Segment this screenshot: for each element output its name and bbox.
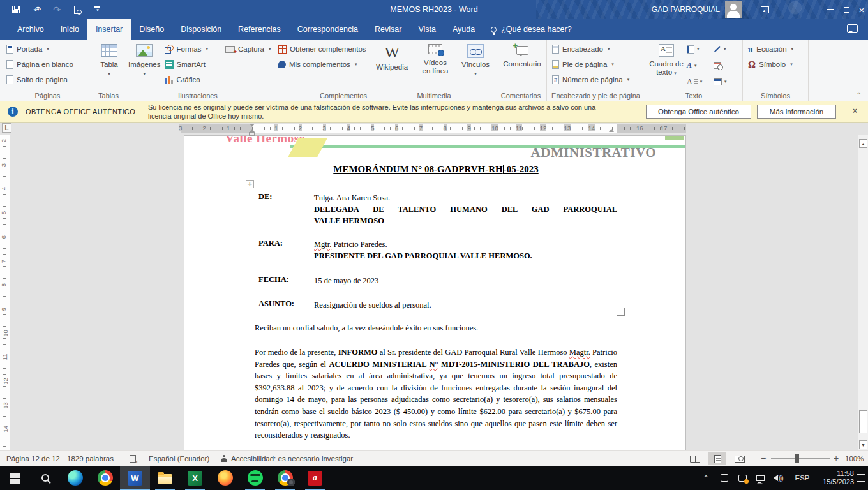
pagina-en-blanco-button[interactable]: Página en blanco [4, 57, 92, 72]
dismiss-warning-icon[interactable]: × [853, 107, 857, 115]
grafico-button[interactable]: Gráfico [163, 72, 223, 87]
taskbar-chrome[interactable] [90, 466, 120, 490]
more-info-button[interactable]: Más información [757, 105, 836, 119]
vertical-ruler[interactable]: 234567891011121314 [0, 135, 10, 450]
zoom-level[interactable]: 100% [845, 451, 864, 466]
fecha-y-hora-button[interactable] [711, 58, 738, 73]
network-icon[interactable] [753, 466, 767, 490]
web-layout-button[interactable] [731, 452, 749, 465]
videos-en-linea-button[interactable]: Vídeosen línea [417, 41, 453, 75]
tray-chevron-icon[interactable]: ⌃ [700, 466, 712, 490]
collapse-ribbon-button[interactable]: ⌃ [857, 91, 862, 98]
word-window: ↶▾ ↷ ▾ MEMOS RH2023 - Word GAD PARROQUIA… [0, 0, 868, 490]
tab-ayuda[interactable]: Ayuda [444, 19, 483, 40]
vertical-scrollbar[interactable]: ▲ ▼ [858, 135, 868, 450]
tab-vista[interactable]: Vista [410, 19, 444, 40]
tab-insertar[interactable]: Insertar [87, 19, 131, 40]
tab-correspondencia[interactable]: Correspondencia [289, 19, 366, 40]
account-name[interactable]: GAD PARROQUIAL [652, 0, 720, 19]
scrollbar-thumb[interactable] [859, 410, 867, 433]
portada-button[interactable]: Portada▾ [4, 41, 92, 57]
simbolo-button[interactable]: ΩSímbolo▾ [746, 57, 806, 72]
restore-button[interactable] [839, 0, 854, 19]
right-indent-marker[interactable] [609, 129, 614, 132]
imagenes-button[interactable]: Imágenes▾ [126, 41, 163, 91]
group-label-encabezado: Encabezado y pie de página [547, 92, 645, 100]
scroll-up-icon[interactable]: ▲ [859, 139, 867, 148]
tab-diseno[interactable]: Diseño [131, 19, 172, 40]
taskbar-explorer[interactable] [150, 466, 180, 490]
tab-inicio[interactable]: Inicio [52, 19, 87, 40]
pie-de-pagina-button[interactable]: Pie de página▾ [550, 57, 643, 72]
zoom-out-button[interactable]: − [761, 451, 766, 466]
cuadro-de-texto-button[interactable]: Cuadro detexto ▾ [648, 41, 684, 91]
first-line-indent-marker[interactable] [250, 124, 255, 127]
elementos-rapidos-button[interactable]: ▾ [684, 41, 711, 57]
zoom-slider-handle[interactable] [795, 454, 799, 463]
start-button[interactable] [0, 466, 30, 490]
taskbar-word[interactable]: W [120, 466, 150, 490]
table-icon [101, 44, 117, 57]
tab-disposicion[interactable]: Disposición [172, 19, 230, 40]
taskbar-spotify[interactable] [240, 466, 270, 490]
taskbar-chrome-app[interactable] [270, 466, 300, 490]
tab-archivo[interactable]: Archivo [9, 19, 52, 40]
mis-complementos-button[interactable]: Mis complementos▾ [276, 57, 373, 72]
comentario-button[interactable]: Comentario [498, 41, 546, 68]
objeto-button[interactable]: ▾ [711, 74, 738, 89]
tray-update-icon[interactable] [735, 466, 749, 490]
ribbon-display-options-button[interactable] [757, 0, 772, 19]
vinculos-button[interactable]: Vínculos▾ [458, 41, 493, 78]
encabezado-button[interactable]: Encabezado▾ [550, 41, 643, 57]
minimize-button[interactable] [822, 0, 837, 19]
tabla-button[interactable]: Tabla▾ [98, 41, 121, 78]
ecuacion-button[interactable]: πEcuación▾ [746, 41, 806, 57]
left-indent-marker[interactable] [249, 132, 255, 136]
taskbar-excel[interactable]: X [180, 466, 210, 490]
taskbar-firefox[interactable] [210, 466, 240, 490]
formas-button[interactable]: Formas▾ [163, 41, 223, 57]
clock[interactable]: 11:58 15/5/2023 [816, 466, 855, 490]
word-count[interactable]: 1829 palabras [67, 451, 114, 466]
zoom-in-button[interactable]: + [834, 451, 839, 466]
taskbar-edge[interactable] [60, 466, 90, 490]
macro-record-icon[interactable] [130, 455, 136, 463]
tab-selector[interactable]: L [2, 123, 11, 133]
equation-icon: π [748, 44, 753, 55]
tab-referencias[interactable]: Referencias [230, 19, 289, 40]
taskbar-acrobat[interactable]: a [300, 466, 330, 490]
tab-revisar[interactable]: Revisar [366, 19, 410, 40]
keyboard-language[interactable]: ESP [791, 466, 813, 490]
firma-button[interactable]: ▾ [711, 41, 738, 57]
print-layout-button[interactable] [708, 452, 726, 465]
horizontal-ruler[interactable]: 32112345678910111213141617 [181, 124, 686, 133]
captura-button[interactable]: Captura▾ [223, 41, 271, 57]
scroll-down-icon[interactable]: ▼ [859, 440, 867, 449]
read-mode-button[interactable] [686, 452, 704, 465]
action-center-icon[interactable] [854, 466, 868, 490]
accessibility-status[interactable]: Accesibilidad: es necesario investigar [231, 451, 353, 466]
get-genuine-office-button[interactable]: Obtenga Office auténtico [646, 105, 751, 119]
text-box-icon [659, 44, 674, 57]
obtener-complementos-button[interactable]: Obtener complementos [276, 41, 373, 57]
tell-me-box[interactable]: ¿Qué desea hacer? [483, 19, 580, 40]
document-page[interactable]: Valle Hermoso ADMINISTRATIVO MEMORÁNDUM … [184, 135, 686, 450]
date: 15/5/2023 [823, 478, 854, 486]
zoom-slider-track[interactable] [771, 458, 830, 459]
account-avatar[interactable] [725, 1, 742, 18]
comment-bubble-icon[interactable] [847, 24, 858, 33]
page-indicator[interactable]: Página 12 de 12 [6, 451, 60, 466]
search-button[interactable] [30, 466, 60, 490]
wikipedia-button[interactable]: WWikipedia [373, 41, 412, 91]
close-button[interactable]: × [854, 0, 868, 19]
tray-device-icon[interactable] [717, 466, 731, 490]
volume-icon[interactable]: ))) [770, 466, 786, 490]
salto-de-pagina-button[interactable]: Salto de página [4, 72, 92, 87]
table-move-handle[interactable]: ✛ [246, 180, 254, 188]
smartart-button[interactable]: SmartArt [163, 57, 223, 72]
wordart-button[interactable]: A▾ [684, 58, 711, 73]
header-green-box [665, 136, 684, 140]
language-indicator[interactable]: Español (Ecuador) [149, 451, 209, 466]
letra-capital-button[interactable]: A▾ [684, 74, 711, 89]
numero-de-pagina-button[interactable]: Número de página▾ [550, 72, 643, 87]
